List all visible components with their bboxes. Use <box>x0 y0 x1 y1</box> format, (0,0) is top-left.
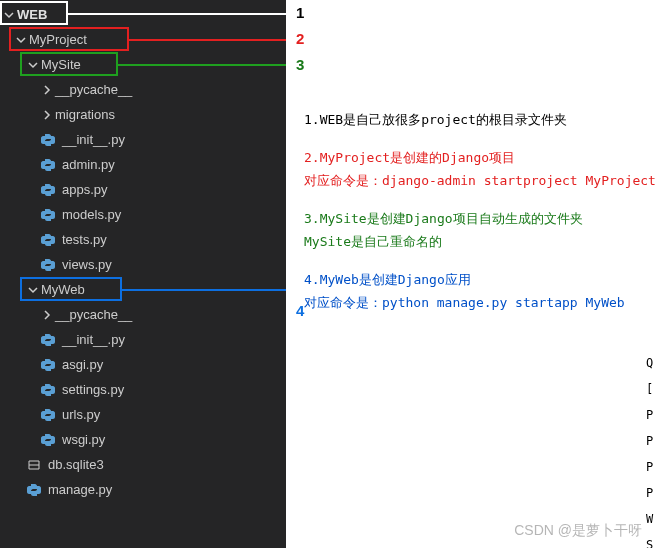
note-text: 1.WEB是自己放很多project的根目录文件夹 <box>304 110 646 130</box>
python-file-icon <box>40 432 56 448</box>
truncated-char: P <box>646 402 656 428</box>
python-file-icon <box>40 257 56 273</box>
chevron-right-icon <box>40 308 54 322</box>
tree-file-db[interactable]: db.sqlite3 <box>0 452 286 477</box>
truncated-char: P <box>646 428 656 454</box>
file-label: models.py <box>62 207 121 222</box>
tree-file[interactable]: views.py <box>0 252 286 277</box>
tree-file[interactable]: apps.py <box>0 177 286 202</box>
file-label: views.py <box>62 257 112 272</box>
tree-file[interactable]: settings.py <box>0 377 286 402</box>
file-label: apps.py <box>62 182 108 197</box>
note-text: 2.MyProject是创建的Django项目 <box>304 148 646 168</box>
chevron-down-icon <box>14 33 28 47</box>
truncated-char: W <box>646 506 656 532</box>
folder-label: __pycache__ <box>55 82 132 97</box>
truncated-char: P <box>646 480 656 506</box>
tree-file[interactable]: __init__.py <box>0 327 286 352</box>
note-text: 4.MyWeb是创建Django应用 <box>304 270 646 290</box>
file-label: wsgi.py <box>62 432 105 447</box>
folder-label: __pycache__ <box>55 307 132 322</box>
tree-folder[interactable]: __pycache__ <box>0 302 286 327</box>
folder-label: MyWeb <box>41 282 85 297</box>
annotation-notes: 1.WEB是自己放很多project的根目录文件夹 2.MyProject是创建… <box>286 0 656 548</box>
folder-label: MySite <box>41 57 81 72</box>
folder-label: migrations <box>55 107 115 122</box>
chevron-down-icon <box>26 58 40 72</box>
folder-label: MyProject <box>29 32 87 47</box>
chevron-right-icon <box>40 108 54 122</box>
python-file-icon <box>26 482 42 498</box>
chevron-down-icon <box>2 8 16 22</box>
truncated-char: [ <box>646 376 656 402</box>
python-file-icon <box>40 182 56 198</box>
tree-file[interactable]: tests.py <box>0 227 286 252</box>
file-label: settings.py <box>62 382 124 397</box>
note-text: 对应命令是：python manage.py startapp MyWeb <box>304 293 646 313</box>
file-label: tests.py <box>62 232 107 247</box>
tree-folder-myweb[interactable]: MyWeb <box>0 277 286 302</box>
python-file-icon <box>40 382 56 398</box>
file-label: asgi.py <box>62 357 103 372</box>
file-label: urls.py <box>62 407 100 422</box>
tree-root-web[interactable]: WEB <box>0 2 286 27</box>
python-file-icon <box>40 207 56 223</box>
chevron-down-icon <box>26 283 40 297</box>
tree-file[interactable]: __init__.py <box>0 127 286 152</box>
tree-file[interactable]: asgi.py <box>0 352 286 377</box>
python-file-icon <box>40 157 56 173</box>
truncated-text-column: Q[PPPPWS <box>646 350 656 548</box>
file-label: admin.py <box>62 157 115 172</box>
tree-file[interactable]: models.py <box>0 202 286 227</box>
tree-file[interactable]: admin.py <box>0 152 286 177</box>
note-text: 对应命令是：django-admin startproject MyProjec… <box>304 171 646 191</box>
note-text: MySite是自己重命名的 <box>304 232 646 252</box>
file-label: __init__.py <box>62 332 125 347</box>
folder-label: WEB <box>17 7 47 22</box>
file-label: __init__.py <box>62 132 125 147</box>
file-explorer-sidebar: WEB MyProject MySite __pycache__migratio… <box>0 0 286 548</box>
note-text: 3.MySite是创建Django项目自动生成的文件夹 <box>304 209 646 229</box>
tree-file[interactable]: urls.py <box>0 402 286 427</box>
tree-folder-myproject[interactable]: MyProject <box>0 27 286 52</box>
python-file-icon <box>40 232 56 248</box>
file-label: manage.py <box>48 482 112 497</box>
tree-folder[interactable]: migrations <box>0 102 286 127</box>
truncated-char: P <box>646 454 656 480</box>
tree-folder-mysite[interactable]: MySite <box>0 52 286 77</box>
tree-file-manage[interactable]: manage.py <box>0 477 286 502</box>
truncated-char: S <box>646 532 656 548</box>
chevron-right-icon <box>40 83 54 97</box>
python-file-icon <box>40 132 56 148</box>
tree-folder[interactable]: __pycache__ <box>0 77 286 102</box>
truncated-char: Q <box>646 350 656 376</box>
python-file-icon <box>40 407 56 423</box>
watermark-text: CSDN @是萝卜干呀 <box>514 522 642 540</box>
python-file-icon <box>40 357 56 373</box>
database-file-icon <box>26 457 42 473</box>
tree-file[interactable]: wsgi.py <box>0 427 286 452</box>
python-file-icon <box>40 332 56 348</box>
file-label: db.sqlite3 <box>48 457 104 472</box>
